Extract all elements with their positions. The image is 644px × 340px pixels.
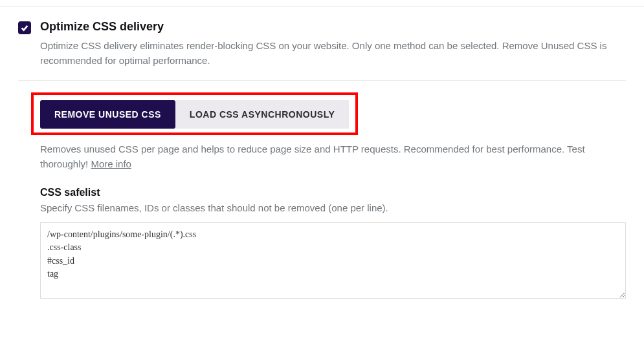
tab-description: Removes unused CSS per page and helps to…	[40, 142, 626, 172]
settings-panel: Optimize CSS delivery Optimize CSS deliv…	[0, 6, 644, 313]
option-description: Optimize CSS delivery eliminates render-…	[40, 38, 623, 69]
option-header: Optimize CSS delivery	[18, 20, 626, 34]
tab-remove-unused-css[interactable]: REMOVE UNUSED CSS	[40, 100, 175, 129]
tab-load-css-async[interactable]: LOAD CSS ASYNCHRONOUSLY	[175, 100, 349, 129]
section-divider	[18, 80, 626, 81]
tab-group-wrapper: REMOVE UNUSED CSS LOAD CSS ASYNCHRONOUSL…	[31, 92, 358, 135]
safelist-textarea[interactable]	[40, 222, 626, 299]
option-title: Optimize CSS delivery	[40, 20, 164, 34]
checkmark-icon	[20, 23, 29, 32]
more-info-link[interactable]: More info	[91, 158, 131, 169]
safelist-description: Specify CSS filenames, IDs or classes th…	[40, 202, 626, 213]
optimize-css-checkbox[interactable]	[18, 21, 31, 34]
tab-group: REMOVE UNUSED CSS LOAD CSS ASYNCHRONOUSL…	[40, 100, 349, 129]
safelist-title: CSS safelist	[40, 187, 626, 198]
option-body: REMOVE UNUSED CSS LOAD CSS ASYNCHRONOUSL…	[40, 92, 626, 302]
